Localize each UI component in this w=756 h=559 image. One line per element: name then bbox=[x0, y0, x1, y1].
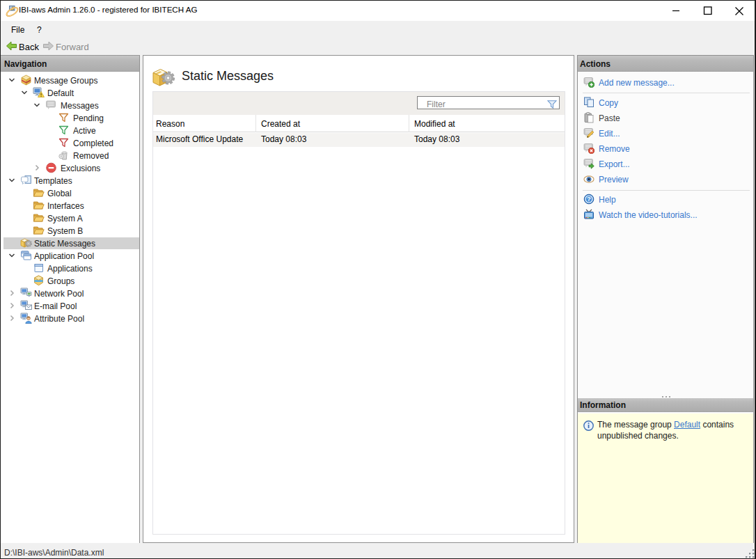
svg-text:?: ? bbox=[587, 195, 591, 203]
